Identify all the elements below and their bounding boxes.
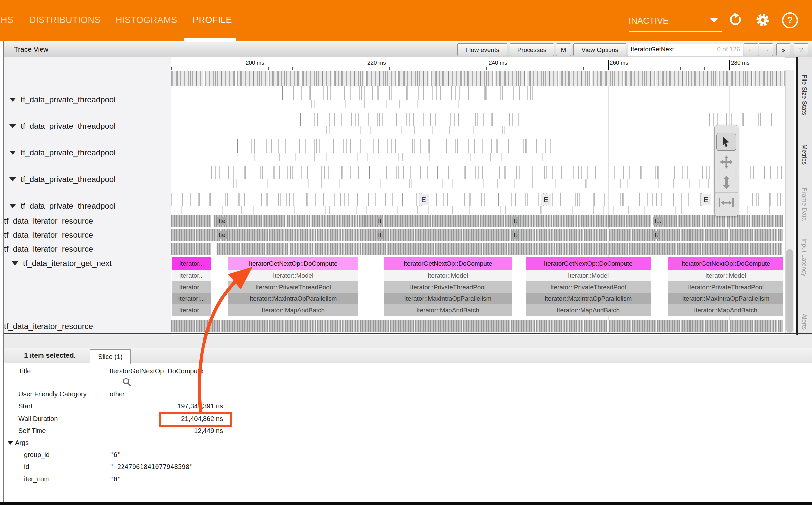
ruler-label: 240 ms [489,60,507,66]
resource-slice[interactable] [216,243,782,255]
tab-input-latency[interactable]: Input Latency [801,238,808,276]
slice[interactable]: Iterator::MapAndBatch [228,305,358,316]
slice[interactable]: Iterator... [172,257,211,270]
app-window: HS DISTRIBUTIONS HISTOGRAMS PROFILE INAC… [0,0,812,505]
resource-slice[interactable] [171,215,211,227]
slice[interactable]: Iterator::MaxIntraOpParallelism [526,293,651,305]
slice-stack[interactable]: Iterator... Iterator... Iterator... Iter… [172,257,211,316]
event-marker[interactable]: E [419,194,429,205]
processes-button[interactable]: Processes [510,43,554,56]
magnifier-icon[interactable] [122,377,132,388]
chevron-down-icon[interactable] [710,18,718,23]
slice[interactable]: Iterator::Model [526,270,651,281]
event-marker[interactable]: E [701,194,711,205]
resource-slice[interactable] [213,215,651,227]
resource-slice[interactable] [171,243,211,255]
tab-profile[interactable]: PROFILE [193,14,232,26]
expand-panel-button[interactable]: » [777,43,790,56]
slice[interactable]: IteratorGetNextOp::DoCompute [526,257,651,270]
view-options-button[interactable]: View Options [573,43,626,56]
field-label: Self Time [18,427,46,435]
tab-alerts[interactable]: Alerts [801,314,808,330]
collapse-arrow-icon[interactable] [9,204,16,208]
trace-help-button[interactable]: ? [794,43,808,56]
timing-range-icon [719,198,734,207]
palette-grip[interactable] [718,127,735,133]
slice[interactable]: Iterator::MaxIntraOpParallelism [228,293,358,305]
arg-key: iter_num [24,476,50,483]
collapse-arrow-icon[interactable] [9,124,16,128]
resource-slice[interactable] [171,229,783,241]
field-label: User Friendly Category [18,390,87,398]
tab-graphs-clipped[interactable]: HS [1,14,14,26]
slice[interactable]: Iterator::MapAndBatch [526,305,651,316]
zoom-tool-button[interactable] [715,172,738,192]
slice-selected[interactable]: IteratorGetNextOp::DoCompute [228,257,358,270]
slice[interactable]: Iterator::Model [668,270,783,281]
slice[interactable]: Iterator::MapAndBatch [668,305,783,316]
thread-activity-ticks [309,126,513,135]
slice[interactable]: Iterator:... [172,293,211,305]
run-selector[interactable]: INACTIVE [629,14,722,31]
track-header-threadpool-3[interactable]: tf_data_private_threadpool [9,147,116,158]
slice[interactable]: Iterator::PrivateThreadPool [668,281,783,293]
selection-tool-button[interactable] [717,133,736,151]
slice[interactable]: Iterator::Model [384,270,512,281]
timing-tool-button[interactable] [715,192,738,212]
find-previous-button[interactable]: ← [744,43,758,56]
track-label: tf_data_private_threadpool [21,148,116,157]
tab-slice[interactable]: Slice (1) [89,349,131,364]
flow-events-button[interactable]: Flow events [457,43,507,56]
tab-metrics[interactable]: Metrics [801,144,808,165]
slice[interactable]: IteratorGetNextOp::DoCompute [384,257,512,270]
cpu-usage-strip [171,71,785,86]
slice-stack[interactable]: IteratorGetNextOp::DoCompute Iterator::M… [526,257,651,316]
search-input[interactable]: IteratorGetNext 0 of 126 [628,44,743,56]
track-header-iterator-resource-3: tf_data_iterator_resource [4,244,93,254]
slice[interactable]: Iterator::PrivateThreadPool [526,281,651,293]
track-header-threadpool-4[interactable]: tf_data_private_threadpool [9,174,116,185]
slice[interactable]: IteratorGetNextOp::DoCompute [668,257,783,270]
metadata-button[interactable]: M [556,43,571,56]
slice-stack[interactable]: IteratorGetNextOp::DoCompute Iterator::M… [668,257,783,316]
slice[interactable]: Iterator::PrivateThreadPool [228,281,358,293]
tab-distributions[interactable]: DISTRIBUTIONS [29,14,100,26]
resource-slice[interactable] [171,320,783,332]
track-header-threadpool-1[interactable]: tf_data_private_threadpool [9,94,116,105]
slice[interactable]: Iterator::Model [228,270,358,281]
tab-file-size-stats[interactable]: File Size Stats [801,75,808,115]
resource-slice[interactable] [653,215,783,227]
event-marker[interactable]: E [541,194,551,205]
arg-value: "-2247961841077948598" [110,463,193,471]
track-header-iterator-get-next[interactable]: tf_data_iterator_get_next [12,258,112,269]
help-icon[interactable]: ? [782,12,798,28]
reload-icon[interactable] [727,12,743,28]
tab-frame-data[interactable]: Frame Data [801,188,808,221]
slice[interactable]: Iterator... [172,281,211,293]
args-toggle[interactable]: Args [7,439,29,447]
collapse-arrow-icon[interactable] [9,98,16,102]
slice[interactable]: Iterator::PrivateThreadPool [384,281,512,293]
find-next-button[interactable]: → [759,43,773,56]
slice[interactable]: Iterator... [172,305,211,316]
slice[interactable]: Iterator::MaxIntraOpParallelism [668,293,783,305]
slice-stack[interactable]: IteratorGetNextOp::DoCompute Iterator::M… [384,257,512,316]
tab-histograms[interactable]: HISTOGRAMS [116,14,177,26]
slice-label: It [512,217,518,225]
collapse-arrow-icon[interactable] [9,151,16,155]
slice[interactable]: Iterator::MapAndBatch [384,305,512,316]
pan-tool-button[interactable] [715,152,738,172]
slice[interactable]: Iterator... [172,270,211,281]
slice-stack-selected[interactable]: IteratorGetNextOp::DoCompute Iterator::M… [228,257,358,316]
track-header-threadpool-5[interactable]: tf_data_private_threadpool [9,200,116,211]
collapse-arrow-icon[interactable] [12,261,18,265]
ruler-tick [366,60,366,70]
field-value: 197,347,391 ns [110,402,223,410]
track-label: tf_data_iterator_resource [4,230,93,240]
collapse-arrow-icon[interactable] [9,177,16,181]
panel-splitter[interactable] [4,335,812,348]
gear-icon[interactable] [755,12,771,28]
slice[interactable]: Iterator::MaxIntraOpParallelism [384,293,512,305]
scrollbar-thumb[interactable] [786,249,793,333]
track-header-threadpool-2[interactable]: tf_data_private_threadpool [9,121,116,132]
